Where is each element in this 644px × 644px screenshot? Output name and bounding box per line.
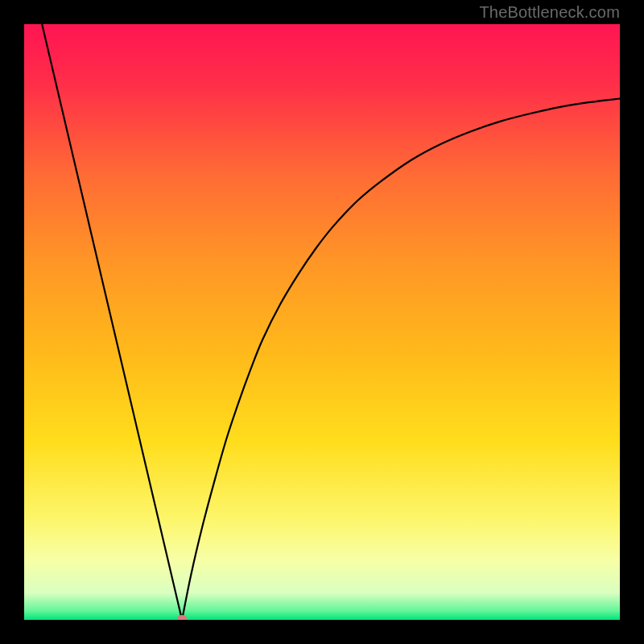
chart-frame: TheBottleneck.com <box>0 0 644 644</box>
bottleneck-curve <box>24 24 620 620</box>
minimum-marker <box>177 615 187 620</box>
plot-area <box>24 24 620 620</box>
watermark-text: TheBottleneck.com <box>479 3 620 22</box>
